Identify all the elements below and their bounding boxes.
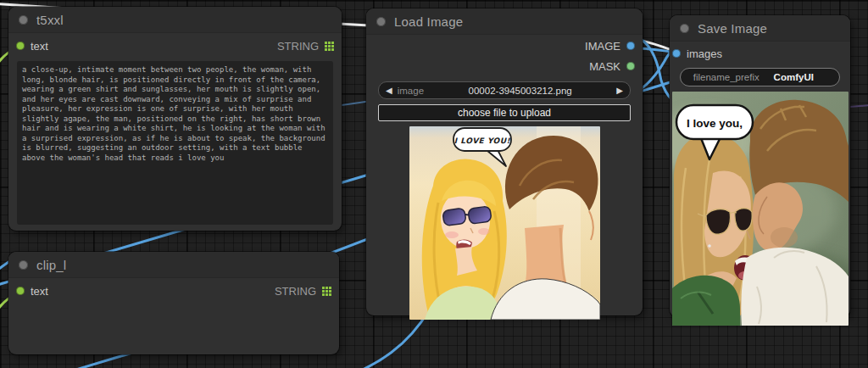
- widget-label: filename_prefix: [693, 72, 760, 82]
- collapse-dot[interactable]: [680, 24, 689, 33]
- node-header: Load Image: [366, 8, 643, 35]
- speech-bubble-text: I LOVE YOU!: [453, 137, 510, 145]
- type-label: STRING: [277, 40, 319, 53]
- collapse-dot[interactable]: [19, 15, 28, 25]
- type-label: STRING: [275, 285, 316, 298]
- collapse-dot[interactable]: [19, 260, 28, 270]
- combo-next-arrow-icon[interactable]: ▶: [616, 86, 623, 95]
- loaded-image-preview: I LOVE YOU!: [409, 126, 600, 320]
- combo-prev-arrow-icon[interactable]: ◀: [386, 86, 392, 95]
- node-header: clip_l: [8, 252, 339, 278]
- prompt-textarea[interactable]: a close-up, intimate moment between two …: [17, 61, 333, 225]
- images-input-socket[interactable]: [672, 49, 681, 58]
- node-title: Save Image: [698, 21, 767, 36]
- node-load-image[interactable]: Load Image IMAGE MASK ◀ image 00002-3945…: [366, 8, 643, 315]
- widget-value: ComfyUI: [760, 72, 828, 82]
- node-title: clip_l: [36, 258, 66, 272]
- image-output-socket[interactable]: [626, 42, 635, 50]
- speech-bubble-text: I love you,: [686, 117, 742, 130]
- image-combo-widget[interactable]: ◀ image 00002-3945003212.png ▶: [378, 81, 631, 99]
- node-header: Save Image: [670, 15, 850, 42]
- slot-label: images: [687, 47, 722, 60]
- node-title: t5xxl: [36, 13, 64, 27]
- node-header: t5xxl: [8, 7, 342, 33]
- filename-prefix-widget[interactable]: filename_prefix ComfyUI: [680, 68, 840, 86]
- choose-file-button[interactable]: choose file to upload: [378, 104, 631, 121]
- text-socket[interactable]: [16, 287, 25, 295]
- collapse-dot[interactable]: [376, 17, 386, 26]
- text-socket[interactable]: [16, 42, 25, 50]
- saved-image-preview: I love you,: [672, 92, 849, 326]
- string-grid-icon: [325, 42, 334, 51]
- node-save-image[interactable]: Save Image images filename_prefix ComfyU…: [670, 15, 850, 317]
- node-t5xxl[interactable]: t5xxl text STRING a close-up, intimate m…: [8, 7, 342, 231]
- node-graph-canvas[interactable]: t5xxl text STRING a close-up, intimate m…: [0, 0, 868, 368]
- slot-label: MASK: [589, 60, 620, 73]
- node-title: Load Image: [394, 14, 463, 29]
- combo-value: 00002-3945003212.png: [424, 86, 616, 96]
- mask-output-socket[interactable]: [626, 62, 635, 70]
- slot-label: text: [31, 40, 48, 53]
- wire-blue-gap-up: [637, 49, 674, 92]
- wire-purple-faint: [849, 105, 868, 107]
- string-grid-icon: [322, 287, 331, 296]
- combo-label: image: [398, 86, 424, 96]
- slot-label: text: [31, 285, 48, 298]
- slot-label: IMAGE: [585, 40, 620, 53]
- node-clip-l[interactable]: clip_l text STRING: [8, 252, 339, 354]
